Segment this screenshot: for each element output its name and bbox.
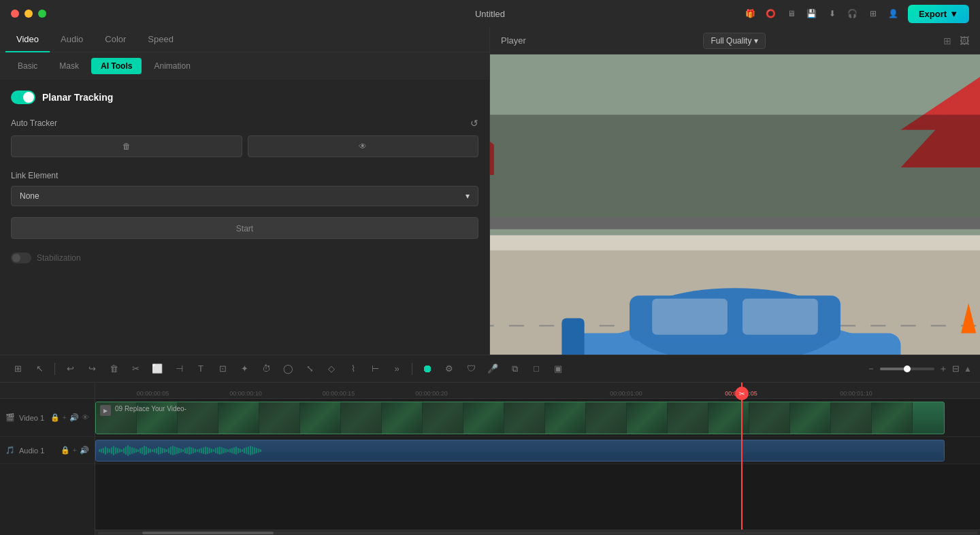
grid-icon[interactable]: ⊞ — [867, 7, 879, 20]
titlebar-icons: 🎁 ⭕ 🖥 💾 ⬇ 🎧 ⊞ 👤 Export ▼ — [745, 5, 969, 23]
audio-add-icon[interactable]: + — [73, 446, 77, 455]
stabilization-label: Stabilization — [37, 253, 81, 263]
wave-bar — [158, 447, 159, 455]
avatar-icon[interactable]: 👤 — [887, 7, 900, 20]
stabilization-toggle[interactable] — [11, 253, 31, 263]
zoom-out-button[interactable]: － — [866, 363, 876, 375]
wave-bar — [201, 448, 202, 453]
quality-chevron-icon: ▾ — [754, 36, 758, 46]
zoom-slider[interactable] — [880, 368, 934, 370]
wave-bar — [186, 447, 188, 454]
sub-tab-ai-tools[interactable]: AI Tools — [91, 58, 142, 74]
trim-button[interactable]: ⊢ — [365, 359, 385, 378]
tab-color[interactable]: Color — [94, 27, 137, 52]
minimize-button[interactable] — [24, 10, 33, 18]
tab-audio[interactable]: Audio — [50, 27, 94, 52]
wave-bar — [109, 449, 110, 453]
delete-button[interactable]: 🗑 — [104, 359, 123, 378]
start-button[interactable]: Start — [11, 217, 478, 239]
circle-tool[interactable]: ◯ — [278, 359, 297, 378]
close-button[interactable] — [11, 10, 19, 18]
select-tool[interactable]: ↖ — [30, 359, 49, 378]
sub-tab-mask[interactable]: Mask — [50, 58, 88, 74]
grid-view-icon[interactable]: ⊞ — [943, 35, 951, 46]
ruler-mark-2: 00:00:00:10 — [229, 390, 262, 397]
shapes-button[interactable]: ◇ — [322, 359, 341, 378]
wave-bar — [254, 447, 255, 454]
more-button[interactable]: » — [387, 359, 406, 378]
layers-button[interactable]: ⧉ — [505, 359, 524, 378]
planar-tracking-toggle[interactable] — [11, 91, 35, 104]
zoom-in-button[interactable]: ＋ — [938, 363, 948, 375]
wave-bar — [219, 447, 220, 455]
video-lock-icon[interactable]: 🔒 — [50, 413, 60, 422]
gift-icon[interactable]: 🎁 — [745, 7, 757, 20]
headphone-icon[interactable]: 🎧 — [847, 7, 859, 20]
h-scrollbar[interactable] — [95, 530, 980, 535]
playhead-ruler — [741, 383, 742, 398]
video-track-icon: 🎬 — [5, 413, 15, 422]
ruler-mark-3: 00:00:00:15 — [323, 390, 355, 397]
resize-button[interactable]: ⤡ — [300, 359, 319, 378]
wave-bar — [133, 448, 135, 453]
audio-volume-icon[interactable]: 🔊 — [80, 446, 89, 455]
wave-bar — [238, 448, 239, 453]
wave-bar — [231, 448, 233, 453]
sub-tab-animation[interactable]: Animation — [144, 58, 199, 74]
audio-lock-icon[interactable]: 🔒 — [61, 446, 70, 455]
sub-tab-bar: Basic Mask AI Tools Animation — [0, 52, 489, 80]
video-volume-icon[interactable]: 🔊 — [69, 413, 79, 422]
caption-button[interactable]: □ — [527, 359, 546, 378]
keyframe-button[interactable]: ⌇ — [344, 359, 363, 378]
tab-speed[interactable]: Speed — [137, 27, 184, 52]
video-btn[interactable]: ▣ — [549, 359, 568, 378]
save-icon[interactable]: 💾 — [806, 7, 818, 20]
video-clip[interactable]: ▶ 09 Replace Your Video- — [95, 402, 945, 434]
video-eye-icon[interactable]: 👁 — [82, 413, 89, 422]
crop-button[interactable]: ⬜ — [148, 359, 167, 378]
quality-select[interactable]: Full Quality ▾ — [703, 33, 766, 49]
link-element-select[interactable]: None ▾ — [11, 186, 478, 206]
redo-button[interactable]: ↪ — [82, 359, 101, 378]
add-track-button[interactable]: ⊞ — [8, 359, 27, 378]
cut-button[interactable]: ✂ — [126, 359, 145, 378]
split-button[interactable]: ⊣ — [169, 359, 189, 378]
circle-icon[interactable]: ⭕ — [765, 7, 777, 20]
video-add-icon[interactable]: + — [63, 413, 67, 422]
svg-rect-13 — [742, 299, 818, 335]
svg-rect-12 — [652, 299, 728, 335]
timeline-toolbar: ⊞ ↖ ↩ ↪ 🗑 ✂ ⬜ ⊣ T ⊡ ✦ ⏱ ◯ ⤡ ◇ ⌇ ⊢ » ⏺ ⚙ … — [0, 355, 980, 383]
text-tool[interactable]: T — [191, 359, 210, 378]
mic-button[interactable]: 🎤 — [483, 359, 502, 378]
zoom-thumb[interactable] — [904, 366, 911, 372]
screen-icon[interactable]: 🖥 — [785, 7, 798, 20]
scrollbar-track[interactable] — [98, 532, 977, 534]
wave-bar — [227, 449, 229, 452]
video-track-controls: 🔒 + 🔊 👁 — [50, 413, 89, 422]
image-view-icon[interactable]: 🖼 — [960, 35, 969, 46]
maximize-button[interactable] — [38, 10, 46, 18]
label-ruler-spacer — [0, 383, 95, 399]
sub-tab-basic[interactable]: Basic — [8, 58, 47, 74]
audio-clip[interactable] — [95, 440, 945, 461]
eye-tracker-button[interactable]: 👁 — [248, 135, 479, 157]
undo-button[interactable]: ↩ — [61, 359, 80, 378]
chevron-up-icon[interactable]: ▲ — [964, 364, 972, 374]
scrollbar-thumb[interactable] — [142, 532, 274, 534]
refresh-icon[interactable]: ↺ — [470, 118, 478, 129]
delete-tracker-button[interactable]: 🗑 — [11, 135, 242, 157]
tab-video[interactable]: Video — [5, 27, 50, 52]
wave-bar — [174, 447, 176, 455]
settings-button[interactable]: ⚙ — [440, 359, 459, 378]
record-button[interactable]: ⏺ — [418, 359, 437, 378]
layout-button[interactable]: ⊟ — [952, 363, 960, 374]
tracker-buttons: 🗑 👁 — [11, 135, 478, 157]
export-button[interactable]: Export ▼ — [908, 5, 969, 23]
shield-button[interactable]: 🛡 — [461, 359, 480, 378]
download-icon[interactable]: ⬇ — [826, 7, 838, 20]
transform-button[interactable]: ⊡ — [213, 359, 232, 378]
wave-bar — [170, 447, 172, 455]
timer-button[interactable]: ⏱ — [257, 359, 276, 378]
effects-button[interactable]: ✦ — [235, 359, 254, 378]
wave-bar — [172, 446, 174, 455]
